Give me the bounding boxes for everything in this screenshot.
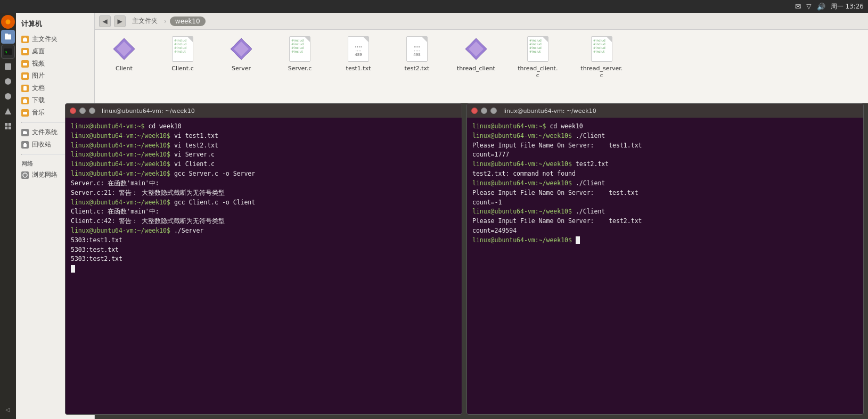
network-icon: ▽ — [806, 3, 811, 10]
terminal-left-title: linux@ubuntu64-vm: ~/week10 — [102, 108, 195, 114]
file-icon-thread-client-c: #includ #includ #includ #inclut — [524, 35, 552, 63]
terminal-right-max[interactable] — [490, 108, 497, 114]
svg-rect-30 — [24, 143, 26, 144]
svg-text:$_: $_ — [5, 50, 10, 54]
terminal-left-min[interactable] — [79, 108, 86, 114]
file-label-thread-client: thread_client — [457, 65, 495, 72]
dock-item8[interactable] — [1, 119, 15, 133]
svg-rect-13 — [9, 127, 11, 129]
file-thread-client-c[interactable]: #includ #includ #includ #inclut thread_c… — [517, 35, 559, 79]
terminal-left-close[interactable] — [70, 108, 76, 114]
sidebar-item-desktop[interactable]: 桌面 — [16, 45, 94, 57]
file-icon-test2: ···· ···· 498 — [403, 35, 431, 63]
file-Server[interactable]: Server — [223, 35, 260, 72]
file-label-Client: Client — [116, 65, 133, 72]
file-label-thread-server-c: thread_server.c — [580, 65, 623, 79]
app-dock: $_ ◁ — [0, 13, 16, 419]
file-ClientC[interactable]: #includ #includ #includ #inclut Client.c — [164, 35, 201, 72]
file-thread-server-c[interactable]: #includ #includ #includ #inclut thread_s… — [580, 35, 623, 79]
svg-rect-3 — [5, 34, 8, 35]
terminal-right-close[interactable] — [471, 108, 478, 114]
terminal-right-body[interactable]: linux@ubuntu64-vm:~$ cd week10 linux@ubu… — [467, 118, 863, 414]
dock-item7[interactable] — [1, 104, 15, 118]
sidebar-item-home[interactable]: 主文件夹 — [16, 33, 94, 45]
dock-item6[interactable] — [1, 89, 15, 103]
svg-rect-17 — [23, 50, 27, 53]
file-label-thread-client-c: thread_client.c — [517, 65, 559, 79]
volume-icon[interactable]: 🔊 — [817, 3, 825, 11]
terminal-right: linux@ubuntu64-vm: ~/week10 linux@ubuntu… — [466, 103, 864, 415]
terminal-left-titlebar: linux@ubuntu64-vm: ~/week10 — [65, 104, 462, 118]
dock-item5[interactable] — [1, 75, 15, 88]
breadcrumb-home[interactable]: 主文件夹 — [129, 15, 161, 27]
file-manager: ◀ ▶ 主文件夹 › week10 Client #includ #includ — [95, 13, 868, 103]
svg-rect-6 — [5, 63, 11, 70]
svg-rect-29 — [23, 131, 26, 132]
svg-rect-31 — [23, 144, 27, 147]
svg-rect-23 — [23, 86, 27, 91]
file-test2[interactable]: ···· ···· 498 test2.txt — [398, 35, 436, 72]
dock-firefox[interactable] — [1, 15, 15, 29]
svg-marker-9 — [5, 108, 11, 114]
top-bar: ✉ ▽ 🔊 周一 13:26 — [0, 0, 868, 13]
dock-files[interactable] — [1, 30, 15, 44]
breadcrumb-sep: › — [164, 18, 167, 25]
terminal-right-titlebar: linux@ubuntu64-vm: ~/week10 — [467, 104, 863, 118]
terminal-right-min[interactable] — [481, 108, 487, 114]
file-icon-thread-client — [462, 35, 490, 63]
file-icon-thread-server-c: #includ #includ #includ #inclut — [588, 35, 616, 63]
svg-rect-8 — [5, 93, 11, 100]
file-thread-client[interactable]: thread_client — [457, 35, 495, 72]
svg-point-7 — [5, 78, 11, 85]
file-icon-ClientC: #includ #includ #includ #inclut — [169, 35, 196, 63]
terminal-left-max[interactable] — [89, 108, 95, 114]
file-icon-ServerC: #includ #includ #includ #inclut — [286, 35, 314, 63]
file-Client[interactable]: Client — [105, 35, 143, 72]
svg-text:♪: ♪ — [24, 111, 26, 114]
file-test1[interactable]: ···· ···· 489 test1.txt — [340, 35, 377, 72]
file-manager-toolbar: ◀ ▶ 主文件夹 › week10 — [95, 13, 868, 30]
breadcrumb-current[interactable]: week10 — [170, 17, 206, 26]
svg-point-21 — [23, 75, 24, 76]
svg-marker-25 — [23, 98, 27, 100]
nav-forward[interactable]: ▶ — [114, 15, 126, 27]
dock-expand[interactable]: ◁ — [1, 403, 15, 417]
nav-back[interactable]: ◀ — [99, 15, 111, 27]
terminal-left-body[interactable]: linux@ubuntu64-vm:~$ cd week10 linux@ubu… — [65, 118, 462, 414]
file-icon-test1: ···· ···· 489 — [345, 35, 372, 63]
file-icon-Server — [227, 35, 255, 63]
file-label-Server: Server — [232, 65, 251, 72]
top-bar-right: ✉ ▽ 🔊 周一 13:26 — [795, 2, 864, 11]
svg-marker-16 — [23, 37, 27, 39]
svg-rect-11 — [9, 123, 11, 126]
svg-rect-12 — [5, 127, 7, 129]
svg-rect-10 — [5, 123, 7, 126]
terminal-left: linux@ubuntu64-vm: ~/week10 linux@ubuntu… — [65, 103, 462, 415]
sidebar-item-pictures[interactable]: 图片 — [16, 70, 94, 82]
terminal-right-title: linux@ubuntu64-vm: ~/week10 — [503, 108, 596, 114]
file-icon-Client — [110, 35, 138, 63]
svg-point-32 — [23, 173, 27, 177]
file-label-test2: test2.txt — [405, 65, 430, 72]
svg-text:◁: ◁ — [5, 406, 10, 413]
dock-item4[interactable] — [1, 60, 15, 73]
clock: 周一 13:26 — [831, 2, 864, 11]
svg-point-1 — [6, 20, 11, 24]
file-label-ServerC: Server.c — [288, 65, 312, 72]
mail-icon[interactable]: ✉ — [795, 2, 801, 11]
sidebar-item-video[interactable]: 视频 — [16, 57, 94, 70]
terminal-container: linux@ubuntu64-vm: ~/week10 linux@ubuntu… — [61, 103, 868, 419]
file-label-ClientC: Client.c — [171, 65, 193, 72]
sidebar-item-docs[interactable]: 文档 — [16, 82, 94, 94]
sidebar-title: 计算机 — [16, 17, 94, 33]
file-manager-content: Client #includ #includ #includ #inclut C… — [95, 30, 868, 103]
file-label-test1: test1.txt — [346, 65, 371, 72]
file-ServerC[interactable]: #includ #includ #includ #inclut Server.c — [281, 35, 318, 72]
dock-terminal[interactable]: $_ — [1, 45, 15, 59]
